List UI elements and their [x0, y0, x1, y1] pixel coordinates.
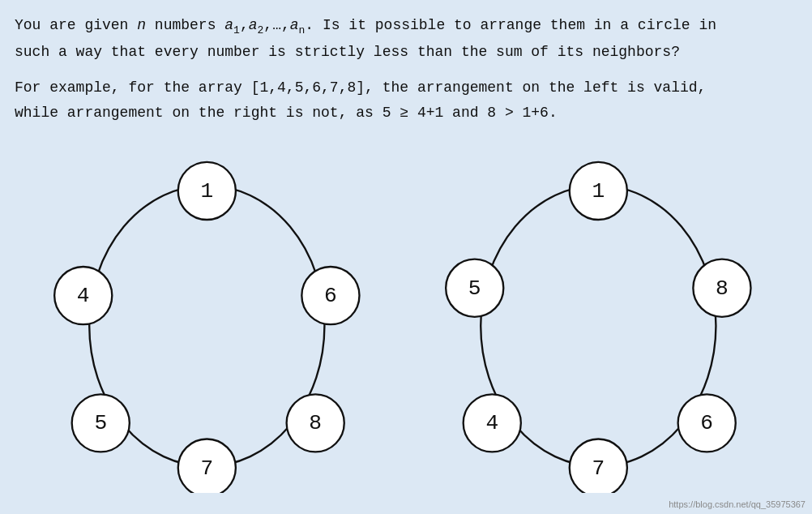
- svg-text:7: 7: [592, 456, 605, 480]
- example-description: For example, for the array [1,4,5,6,7,8]…: [15, 75, 797, 126]
- line-2: such a way that every number is strictly…: [15, 40, 797, 66]
- right-circle-svg: 1 5 4 7 6 8: [432, 136, 772, 493]
- var-a: a: [224, 17, 233, 33]
- svg-text:5: 5: [468, 276, 481, 301]
- main-container: You are given n numbers a1,a2,…,an. Is i…: [0, 0, 812, 514]
- svg-text:8: 8: [716, 276, 729, 301]
- problem-description: You are given n numbers a1,a2,…,an. Is i…: [15, 13, 797, 66]
- line-3: For example, for the array [1,4,5,6,7,8]…: [15, 75, 797, 101]
- var-n: n: [137, 17, 146, 33]
- watermark: https://blog.csdn.net/qq_35975367: [669, 499, 806, 509]
- right-diagram: 1 5 4 7 6 8: [432, 136, 772, 493]
- svg-text:5: 5: [94, 411, 107, 435]
- svg-text:4: 4: [485, 411, 498, 435]
- svg-text:1: 1: [200, 179, 213, 203]
- diagrams-row: 1 4 5 7 8 6: [15, 136, 797, 493]
- line-1: You are given n numbers a1,a2,…,an. Is i…: [15, 13, 797, 40]
- left-diagram: 1 4 5 7 8 6: [41, 136, 381, 493]
- svg-text:7: 7: [200, 456, 213, 480]
- line-4: while arrangement on the right is not, a…: [15, 101, 797, 126]
- svg-text:4: 4: [76, 284, 89, 308]
- svg-text:6: 6: [700, 411, 713, 435]
- svg-text:8: 8: [309, 411, 322, 435]
- svg-text:6: 6: [324, 284, 337, 308]
- svg-text:1: 1: [592, 179, 605, 203]
- left-circle-svg: 1 4 5 7 8 6: [41, 136, 381, 493]
